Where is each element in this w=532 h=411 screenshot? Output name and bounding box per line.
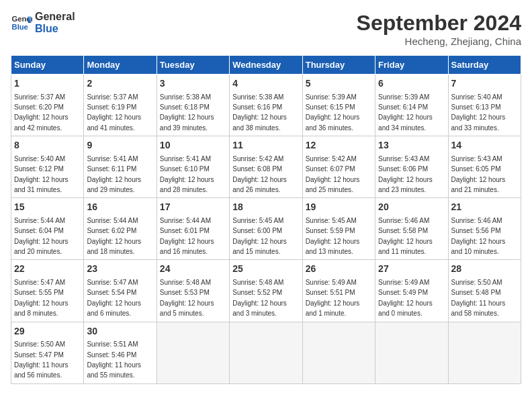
day-number: 11 bbox=[232, 139, 299, 152]
day-number: 7 bbox=[451, 77, 518, 91]
day-info: Sunrise: 5:37 AMSunset: 6:19 PMDaylight:… bbox=[87, 93, 141, 132]
table-row bbox=[157, 322, 229, 383]
calendar-week-row: 15 Sunrise: 5:44 AMSunset: 6:04 PMDaylig… bbox=[11, 198, 521, 260]
day-info: Sunrise: 5:46 AMSunset: 5:56 PMDaylight:… bbox=[451, 217, 506, 255]
calendar-week-row: 8 Sunrise: 5:40 AMSunset: 6:12 PMDayligh… bbox=[11, 136, 521, 198]
day-info: Sunrise: 5:48 AMSunset: 5:53 PMDaylight:… bbox=[160, 279, 214, 317]
day-info: Sunrise: 5:50 AMSunset: 5:47 PMDaylight:… bbox=[14, 340, 69, 379]
page-header: General Blue General Blue September 2024… bbox=[11, 11, 521, 47]
day-number: 3 bbox=[160, 77, 226, 91]
day-info: Sunrise: 5:41 AMSunset: 6:11 PMDaylight:… bbox=[87, 155, 141, 193]
day-info: Sunrise: 5:45 AMSunset: 6:00 PMDaylight:… bbox=[232, 217, 287, 255]
table-row bbox=[375, 322, 448, 383]
day-number: 26 bbox=[306, 263, 372, 276]
day-number: 15 bbox=[14, 201, 81, 214]
day-info: Sunrise: 5:37 AMSunset: 6:20 PMDaylight:… bbox=[14, 93, 69, 132]
day-number: 20 bbox=[378, 201, 445, 214]
day-info: Sunrise: 5:45 AMSunset: 5:59 PMDaylight:… bbox=[306, 217, 360, 255]
col-wednesday: Wednesday bbox=[230, 56, 302, 75]
day-number: 22 bbox=[14, 263, 81, 276]
day-number: 9 bbox=[87, 139, 153, 152]
table-row: 5 Sunrise: 5:39 AMSunset: 6:15 PMDayligh… bbox=[302, 75, 375, 136]
table-row: 23 Sunrise: 5:47 AMSunset: 5:54 PMDaylig… bbox=[84, 260, 157, 322]
day-info: Sunrise: 5:49 AMSunset: 5:49 PMDaylight:… bbox=[378, 279, 433, 317]
day-info: Sunrise: 5:40 AMSunset: 6:12 PMDaylight:… bbox=[14, 155, 69, 193]
table-row: 3 Sunrise: 5:38 AMSunset: 6:18 PMDayligh… bbox=[157, 75, 229, 136]
table-row: 2 Sunrise: 5:37 AMSunset: 6:19 PMDayligh… bbox=[84, 75, 157, 136]
logo-general: General bbox=[35, 11, 75, 23]
day-info: Sunrise: 5:38 AMSunset: 6:16 PMDaylight:… bbox=[232, 93, 287, 132]
day-info: Sunrise: 5:42 AMSunset: 6:07 PMDaylight:… bbox=[306, 155, 360, 193]
day-number: 10 bbox=[160, 139, 226, 152]
table-row: 9 Sunrise: 5:41 AMSunset: 6:11 PMDayligh… bbox=[84, 136, 157, 198]
table-row bbox=[448, 322, 521, 383]
day-number: 1 bbox=[14, 77, 81, 91]
day-number: 6 bbox=[378, 77, 445, 91]
logo-icon: General Blue bbox=[11, 12, 32, 34]
day-info: Sunrise: 5:50 AMSunset: 5:48 PMDaylight:… bbox=[451, 279, 506, 317]
table-row: 18 Sunrise: 5:45 AMSunset: 6:00 PMDaylig… bbox=[230, 198, 302, 260]
day-info: Sunrise: 5:48 AMSunset: 5:52 PMDaylight:… bbox=[232, 279, 287, 317]
day-info: Sunrise: 5:43 AMSunset: 6:05 PMDaylight:… bbox=[451, 155, 506, 193]
day-info: Sunrise: 5:51 AMSunset: 5:46 PMDaylight:… bbox=[87, 340, 141, 379]
location: Hecheng, Zhejiang, China bbox=[357, 36, 521, 47]
table-row: 30 Sunrise: 5:51 AMSunset: 5:46 PMDaylig… bbox=[84, 322, 157, 383]
table-row: 14 Sunrise: 5:43 AMSunset: 6:05 PMDaylig… bbox=[448, 136, 521, 198]
day-number: 28 bbox=[451, 263, 518, 276]
table-row: 7 Sunrise: 5:40 AMSunset: 6:13 PMDayligh… bbox=[448, 75, 521, 136]
table-row: 22 Sunrise: 5:47 AMSunset: 5:55 PMDaylig… bbox=[11, 260, 84, 322]
day-number: 2 bbox=[87, 77, 153, 91]
title-block: September 2024 Hecheng, Zhejiang, China bbox=[357, 11, 521, 47]
day-number: 24 bbox=[160, 263, 226, 276]
day-number: 16 bbox=[87, 201, 153, 214]
day-info: Sunrise: 5:44 AMSunset: 6:04 PMDaylight:… bbox=[14, 217, 69, 255]
calendar-week-row: 22 Sunrise: 5:47 AMSunset: 5:55 PMDaylig… bbox=[11, 260, 521, 322]
table-row: 17 Sunrise: 5:44 AMSunset: 6:01 PMDaylig… bbox=[157, 198, 229, 260]
day-info: Sunrise: 5:38 AMSunset: 6:18 PMDaylight:… bbox=[160, 93, 214, 132]
day-number: 14 bbox=[451, 139, 518, 152]
calendar-header-row: Sunday Monday Tuesday Wednesday Thursday… bbox=[11, 56, 521, 75]
table-row: 13 Sunrise: 5:43 AMSunset: 6:06 PMDaylig… bbox=[375, 136, 448, 198]
table-row: 15 Sunrise: 5:44 AMSunset: 6:04 PMDaylig… bbox=[11, 198, 84, 260]
day-info: Sunrise: 5:39 AMSunset: 6:15 PMDaylight:… bbox=[306, 93, 360, 132]
table-row: 27 Sunrise: 5:49 AMSunset: 5:49 PMDaylig… bbox=[375, 260, 448, 322]
table-row: 26 Sunrise: 5:49 AMSunset: 5:51 PMDaylig… bbox=[302, 260, 375, 322]
day-info: Sunrise: 5:39 AMSunset: 6:14 PMDaylight:… bbox=[378, 93, 433, 132]
table-row: 19 Sunrise: 5:45 AMSunset: 5:59 PMDaylig… bbox=[302, 198, 375, 260]
table-row: 10 Sunrise: 5:41 AMSunset: 6:10 PMDaylig… bbox=[157, 136, 229, 198]
day-number: 27 bbox=[378, 263, 445, 276]
logo-blue: Blue bbox=[35, 23, 75, 35]
month-title: September 2024 bbox=[357, 11, 521, 36]
day-number: 13 bbox=[378, 139, 445, 152]
day-number: 8 bbox=[14, 139, 81, 152]
day-info: Sunrise: 5:49 AMSunset: 5:51 PMDaylight:… bbox=[306, 279, 360, 317]
table-row: 28 Sunrise: 5:50 AMSunset: 5:48 PMDaylig… bbox=[448, 260, 521, 322]
calendar-week-row: 1 Sunrise: 5:37 AMSunset: 6:20 PMDayligh… bbox=[11, 75, 521, 136]
day-number: 21 bbox=[451, 201, 518, 214]
day-info: Sunrise: 5:47 AMSunset: 5:54 PMDaylight:… bbox=[87, 279, 141, 317]
day-number: 4 bbox=[232, 77, 299, 91]
day-number: 30 bbox=[87, 325, 153, 338]
table-row bbox=[230, 322, 302, 383]
day-number: 18 bbox=[232, 201, 299, 214]
day-number: 29 bbox=[14, 325, 81, 338]
day-number: 17 bbox=[160, 201, 226, 214]
col-friday: Friday bbox=[375, 56, 448, 75]
table-row: 8 Sunrise: 5:40 AMSunset: 6:12 PMDayligh… bbox=[11, 136, 84, 198]
day-info: Sunrise: 5:46 AMSunset: 5:58 PMDaylight:… bbox=[378, 217, 433, 255]
table-row: 11 Sunrise: 5:42 AMSunset: 6:08 PMDaylig… bbox=[230, 136, 302, 198]
table-row: 29 Sunrise: 5:50 AMSunset: 5:47 PMDaylig… bbox=[11, 322, 84, 383]
day-info: Sunrise: 5:44 AMSunset: 6:01 PMDaylight:… bbox=[160, 217, 214, 255]
table-row: 4 Sunrise: 5:38 AMSunset: 6:16 PMDayligh… bbox=[230, 75, 302, 136]
day-number: 5 bbox=[306, 77, 372, 91]
day-info: Sunrise: 5:44 AMSunset: 6:02 PMDaylight:… bbox=[87, 217, 141, 255]
col-thursday: Thursday bbox=[302, 56, 375, 75]
col-monday: Monday bbox=[84, 56, 157, 75]
day-number: 12 bbox=[306, 139, 372, 152]
table-row: 16 Sunrise: 5:44 AMSunset: 6:02 PMDaylig… bbox=[84, 198, 157, 260]
calendar-week-row: 29 Sunrise: 5:50 AMSunset: 5:47 PMDaylig… bbox=[11, 322, 521, 383]
col-saturday: Saturday bbox=[448, 56, 521, 75]
col-tuesday: Tuesday bbox=[157, 56, 229, 75]
svg-text:Blue: Blue bbox=[12, 23, 28, 31]
day-number: 19 bbox=[306, 201, 372, 214]
